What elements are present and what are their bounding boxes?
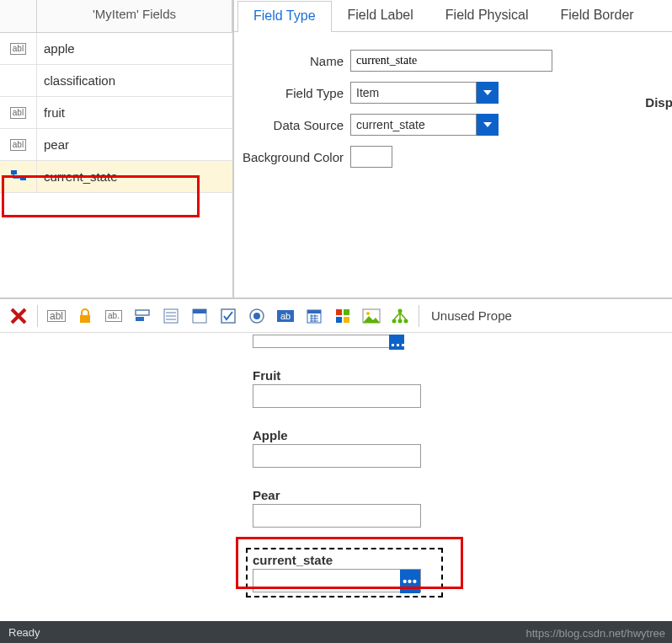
preview-label: Apple <box>253 428 672 442</box>
svg-point-32 <box>398 319 403 323</box>
preview-input[interactable] <box>253 444 421 468</box>
svg-text:ab: ab <box>280 311 291 321</box>
preview-input[interactable] <box>253 384 421 408</box>
delete-button[interactable] <box>5 303 32 330</box>
field-row-apple[interactable]: abl apple <box>0 33 232 65</box>
svg-rect-3 <box>136 310 149 315</box>
tab-field-border[interactable]: Field Border <box>545 0 650 31</box>
field-row-current-state[interactable]: current_state <box>0 161 232 193</box>
tree-icon[interactable] <box>387 303 413 330</box>
svg-rect-26 <box>336 317 342 323</box>
text-tool-icon[interactable]: abl <box>43 303 70 330</box>
data-source-select[interactable]: current_state <box>350 114 477 136</box>
watermark: https://blog.csdn.net/hwytree <box>526 627 665 640</box>
data-source-label: Data Source <box>241 118 350 132</box>
tab-field-label[interactable]: Field Label <box>332 0 429 31</box>
svg-point-33 <box>404 319 408 323</box>
field-name: fruit <box>37 105 232 120</box>
svg-point-29 <box>366 312 370 315</box>
preview-field-pear[interactable]: Pear <box>253 488 672 528</box>
preview-label: Fruit <box>253 368 672 383</box>
image-icon[interactable] <box>358 303 385 330</box>
preview-field-partial[interactable] <box>253 335 404 348</box>
checkbox-icon[interactable] <box>215 303 242 330</box>
svg-point-31 <box>392 319 397 323</box>
radio-icon[interactable] <box>243 303 270 330</box>
display-label-cut: Displ <box>645 95 672 110</box>
svg-rect-10 <box>193 309 206 313</box>
bg-color-picker[interactable] <box>350 146 392 168</box>
label-icon[interactable]: ab <box>272 303 299 330</box>
fields-panel: 'MyItem' Fields abl apple classification… <box>0 0 234 297</box>
svg-rect-17 <box>307 310 321 313</box>
status-text: Ready <box>8 626 40 639</box>
svg-rect-24 <box>336 309 342 315</box>
svg-rect-25 <box>344 309 349 315</box>
svg-rect-2 <box>80 315 90 323</box>
preview-field-fruit[interactable]: Fruit <box>253 368 672 408</box>
ellipsis-button[interactable]: ••• <box>400 570 420 593</box>
preview-field-current-state[interactable]: current_state ••• <box>246 548 443 597</box>
svg-rect-27 <box>344 317 349 323</box>
svg-point-13 <box>253 313 260 319</box>
text-field-icon: abl <box>0 97 37 128</box>
preview-label: current_state <box>253 553 436 567</box>
fields-header: 'MyItem' Fields <box>0 0 232 33</box>
tabs: Field Type Field Label Field Physical Fi… <box>234 0 672 32</box>
name-input[interactable] <box>350 50 552 72</box>
dropdown-icon[interactable] <box>477 114 499 136</box>
field-name: pear <box>37 137 232 152</box>
dropdown-icon[interactable] <box>477 82 499 104</box>
tab-field-physical[interactable]: Field Physical <box>429 0 545 31</box>
field-row-fruit[interactable]: abl fruit <box>0 97 232 129</box>
svg-rect-4 <box>136 317 144 321</box>
grid-icon[interactable] <box>329 303 356 330</box>
field-type-label: Field Type <box>241 86 350 100</box>
svg-rect-0 <box>11 170 17 174</box>
panel-icon[interactable] <box>186 303 213 330</box>
preview-label: Pear <box>253 488 672 502</box>
fields-title: 'MyItem' Fields <box>37 0 232 32</box>
lock-icon[interactable] <box>72 303 99 330</box>
item-field-icon <box>0 161 37 192</box>
svg-rect-1 <box>20 176 26 180</box>
separator <box>419 305 419 327</box>
toolbar: abl ab. ab Unused Prope <box>0 299 672 333</box>
property-panel: Field Type Field Label Field Physical Fi… <box>234 0 672 297</box>
bg-color-label: Background Color <box>241 150 350 164</box>
field-row-classification[interactable]: classification <box>0 65 232 97</box>
svg-point-30 <box>398 308 403 313</box>
form-icon[interactable] <box>129 303 156 330</box>
ellipsis-icon[interactable] <box>389 335 404 350</box>
preview-input[interactable] <box>253 504 421 528</box>
field-row-pear[interactable]: abl pear <box>0 129 232 161</box>
preview-input[interactable]: ••• <box>253 569 421 592</box>
text-small-icon[interactable]: ab. <box>100 303 127 330</box>
tab-field-type[interactable]: Field Type <box>237 1 332 32</box>
form-area: Displ Name Field Type Item Data Source c… <box>234 32 672 184</box>
field-name: classification <box>37 73 232 88</box>
unused-properties-label: Unused Prope <box>431 308 512 323</box>
fields-icon-col-header <box>0 0 37 32</box>
text-field-icon: abl <box>0 129 37 160</box>
preview-field-apple[interactable]: Apple <box>253 428 672 468</box>
blank-icon <box>0 65 37 96</box>
form-preview: Fruit Apple Pear current_state ••• <box>0 333 672 597</box>
field-type-select[interactable]: Item <box>350 82 477 104</box>
list-icon[interactable] <box>157 303 184 330</box>
separator <box>37 305 38 327</box>
name-label: Name <box>241 54 350 68</box>
text-field-icon: abl <box>0 33 37 64</box>
field-name: apple <box>37 41 232 56</box>
calendar-icon[interactable] <box>301 303 328 330</box>
field-name: current_state <box>37 169 232 184</box>
